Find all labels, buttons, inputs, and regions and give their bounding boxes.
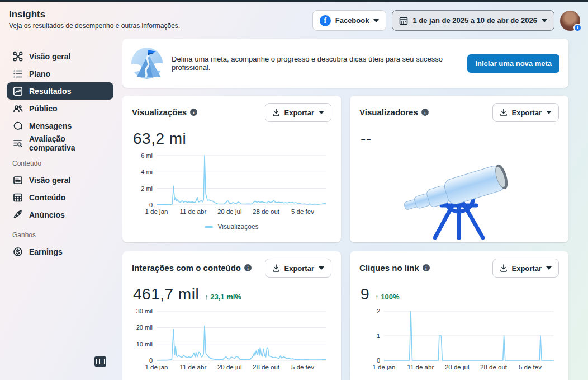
svg-text:5 de fev: 5 de fev: [291, 364, 314, 370]
facebook-logo-icon: f: [320, 15, 331, 26]
sidebar-item-conteudo-visao-geral[interactable]: Visão geral: [7, 171, 113, 189]
sidebar-item-plano[interactable]: Plano: [7, 65, 113, 82]
sidebar-item-mensagens[interactable]: Mensagens: [7, 117, 113, 134]
svg-text:28 de out: 28 de out: [253, 208, 280, 215]
svg-text:11 de abr: 11 de abr: [179, 364, 206, 370]
export-button[interactable]: Exportar: [492, 103, 559, 122]
svg-text:5 de fev: 5 de fev: [519, 364, 542, 370]
info-icon[interactable]: i: [423, 264, 430, 271]
header: Insights Veja os resultados de desempenh…: [0, 3, 588, 37]
svg-text:11 de abr: 11 de abr: [179, 208, 206, 215]
date-range-label: 1 de jan de 2025 a 10 de abr de 2026: [412, 16, 537, 25]
export-label: Exportar: [284, 109, 314, 117]
goal-banner-text: Defina uma meta, acompanhe o progresso e…: [172, 55, 467, 72]
platform-selector[interactable]: f Facebook: [312, 10, 387, 31]
legend-label: Visualizações: [217, 223, 258, 231]
info-icon[interactable]: i: [244, 264, 252, 271]
facebook-badge-icon: f: [573, 24, 582, 32]
plan-icon: [12, 68, 23, 79]
sidebar-section-conteudo: Conteúdo: [12, 159, 113, 167]
metric-value: --: [361, 130, 372, 148]
svg-text:30 mil: 30 mil: [136, 308, 153, 315]
svg-text:2 mi: 2 mi: [141, 185, 153, 192]
goal-mountain-icon: [131, 48, 163, 79]
page-subtitle: Veja os resultados de desempenho e outra…: [9, 22, 180, 30]
sidebar-item-visao-geral[interactable]: Visão geral: [7, 48, 113, 65]
download-icon: [272, 264, 280, 272]
svg-text:20 de jul: 20 de jul: [217, 364, 241, 370]
svg-text:5 de fev: 5 de fev: [291, 208, 314, 215]
export-button[interactable]: Exportar: [492, 259, 559, 278]
avatar[interactable]: f: [560, 11, 580, 31]
audience-icon: [12, 103, 23, 114]
views-chart[interactable]: 02 mi4 mi6 mi1 de jan11 de abr20 de jul2…: [132, 151, 329, 217]
sidebar-item-label: Visão geral: [29, 52, 70, 61]
main-content: Defina uma meta, acompanhe o progresso e…: [122, 39, 568, 380]
sidebar-item-label: Earnings: [29, 247, 63, 256]
start-new-goal-button[interactable]: Iniciar uma nova meta: [467, 54, 559, 73]
export-button[interactable]: Exportar: [265, 103, 331, 122]
interactions-chart[interactable]: 010 mil20 mil30 mil1 de jan11 de abr20 d…: [132, 307, 329, 373]
chevron-down-icon: [373, 19, 379, 22]
content-overview-icon: [12, 175, 23, 185]
sidebar-item-publico[interactable]: Público: [7, 100, 113, 117]
card-interacoes: Interações com o conteúdo i Exportar 461…: [122, 251, 341, 380]
platform-selector-label: Facebook: [335, 16, 369, 25]
date-range-selector[interactable]: 1 de jan de 2025 a 10 de abr de 2026: [392, 10, 554, 31]
card-title: Interações com o conteúdo i: [132, 259, 252, 273]
info-icon[interactable]: i: [421, 109, 429, 116]
export-label: Exportar: [512, 109, 542, 117]
svg-text:0: 0: [149, 201, 153, 208]
metric-delta: ↑ 100%: [375, 293, 399, 301]
sidebar-item-conteudo[interactable]: Conteúdo: [7, 189, 113, 206]
svg-text:10 mil: 10 mil: [136, 341, 153, 348]
card-title: Cliques no link i: [359, 259, 430, 273]
export-label: Exportar: [284, 264, 314, 273]
sidebar-item-label: Anúncios: [29, 210, 65, 219]
calendar-icon: [399, 16, 408, 25]
sidebar-item-resultados[interactable]: Resultados: [7, 82, 113, 100]
export-label: Exportar: [512, 264, 542, 273]
sidebar-item-avaliacao-comparativa[interactable]: Avaliação comparativa: [7, 134, 113, 152]
svg-text:28 de out: 28 de out: [480, 364, 508, 370]
metric-value: 63,2 mi: [133, 130, 186, 148]
svg-text:28 de out: 28 de out: [253, 364, 280, 370]
messages-icon: [12, 120, 23, 131]
sidebar-item-anuncios[interactable]: Anúncios: [7, 206, 113, 223]
chevron-down-icon: [319, 111, 324, 114]
chevron-down-icon: [546, 111, 552, 114]
metric-delta: ↑ 23,1 mi%: [205, 293, 241, 301]
sidebar-item-earnings[interactable]: Earnings: [7, 243, 113, 260]
sidebar-section-ganhos: Ganhos: [12, 231, 113, 239]
card-title: Visualizações i: [132, 103, 197, 117]
info-icon[interactable]: i: [190, 109, 197, 116]
svg-text:20 mil: 20 mil: [136, 324, 153, 331]
svg-text:6 mi: 6 mi: [141, 152, 153, 159]
svg-text:4 mi: 4 mi: [141, 168, 153, 175]
svg-text:0: 0: [377, 357, 380, 364]
telescope-illustration: [398, 151, 521, 241]
sidebar-item-label: Conteúdo: [29, 193, 65, 202]
export-button[interactable]: Exportar: [265, 259, 331, 278]
svg-text:2: 2: [377, 308, 380, 315]
chart-legend: Visualizações: [132, 223, 331, 231]
overview-icon: [12, 51, 23, 62]
download-icon: [500, 264, 508, 272]
metric-value: 9: [361, 285, 369, 303]
chevron-down-icon: [546, 266, 552, 270]
sidebar-item-label: Público: [29, 104, 58, 113]
legend-swatch: [205, 226, 213, 228]
card-cliques: Cliques no link i Exportar 9 ↑ 100% 0121…: [350, 251, 568, 380]
link-clicks-chart[interactable]: 0121 de jan11 de abr20 de jul28 de out5 …: [359, 307, 556, 373]
goal-banner: Defina uma meta, acompanhe o progresso e…: [122, 39, 568, 88]
download-icon: [500, 109, 508, 116]
svg-text:1: 1: [377, 332, 380, 339]
sidebar-item-label: Plano: [29, 69, 50, 78]
content-grid-icon: [12, 192, 23, 203]
svg-text:0: 0: [149, 357, 153, 364]
sidebar-item-label: Visão geral: [29, 176, 70, 185]
chevron-down-icon: [542, 19, 547, 22]
earnings-icon: [12, 246, 23, 257]
download-icon: [272, 109, 280, 116]
keyboard-navigation-icon[interactable]: [94, 356, 106, 367]
